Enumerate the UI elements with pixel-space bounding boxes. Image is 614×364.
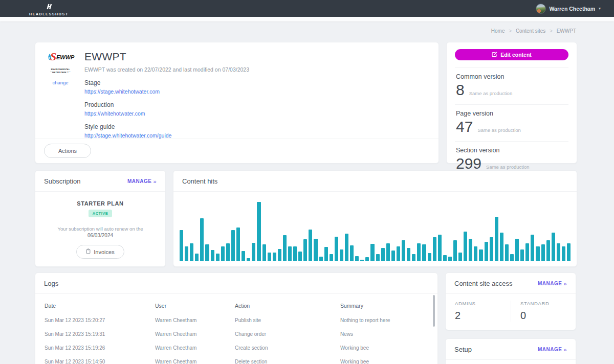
renew-date: 06/03/2024 [35,233,165,238]
site-created-modified-text: EWWPT was created on 22/07/2022 and last… [84,66,249,73]
change-logo-link[interactable]: change [52,80,68,85]
breadcrumb-content-sites[interactable]: Content sites [516,28,545,34]
logs-card: Logs Date User Action Summary Sun Mar 12… [35,272,438,364]
chart-bar [345,234,348,261]
breadcrumb-current: EWWPT [557,28,576,34]
stage-url-link[interactable]: https://stage.whitehotwater.com [84,88,249,95]
breadcrumb-home[interactable]: Home [491,28,505,34]
chart-bar [458,253,462,261]
page-version-section: Page version 47 Same as production [455,104,568,141]
chart-bar [443,255,447,261]
chart-bar [510,254,514,261]
chart-bar [567,243,571,261]
table-row: Sun Mar 12 2023 15:14:50 Warren Cheetham… [45,355,428,364]
chart-bar [500,233,503,261]
navbar-shadow-strip [0,17,614,21]
content-site-access-card: Content site access MANAGE » ADMINS 2 ST… [445,272,576,330]
style-guide-url-link[interactable]: http://stage.whitehotwater.com/guide [84,132,249,139]
style-guide-label: Style guide [84,123,249,130]
log-user: Warren Cheetham [155,317,235,323]
chart-bar [288,246,292,261]
chart-bar [283,235,287,261]
brand-logo[interactable]: HEADLESSHOST [29,2,69,16]
chart-bar [386,243,390,261]
edit-content-button[interactable]: Edit content [455,49,568,60]
chart-bar [490,237,493,261]
chart-bar [505,244,509,261]
common-version-label: Common version [456,73,567,80]
page-version-value: 47 [456,118,473,135]
invoice-clipboard-icon [86,248,91,255]
log-user: Warren Cheetham [155,359,235,364]
chart-bar [464,232,467,261]
actions-button[interactable]: Actions [44,144,91,158]
chart-bar [469,239,472,261]
chart-bar [438,235,442,261]
chart-bar [557,243,560,261]
chart-bar [433,237,436,261]
site-logo-caption: ENVIRONMENTAL " WATER PARK T " [46,68,75,74]
headlesshost-icon [45,3,52,12]
site-overview-card: S EWWPT ENVIRONMENTAL " WATER PARK T " c… [35,42,439,164]
admins-count: 2 [455,310,501,322]
log-date: Sun Mar 12 2023 15:19:26 [45,345,155,351]
chart-bar [350,245,354,261]
log-user: Warren Cheetham [155,331,235,337]
common-version-section: Common version 8 Same as production [455,67,568,104]
logs-col-date: Date [45,303,155,309]
chart-bar [293,246,297,261]
breadcrumb-separator: > [509,28,512,34]
chart-bar [190,243,193,261]
content-hits-chart [173,192,577,266]
svg-text:S: S [50,51,56,63]
chart-bar [216,254,220,261]
chart-bar [546,240,550,261]
chart-bar [262,244,266,261]
log-summary: Working bee [340,359,428,364]
plan-name: STARTER PLAN [35,200,165,207]
setup-manage-link[interactable]: MANAGE » [538,347,567,353]
section-version-label: Section version [456,147,567,154]
chart-bar [417,243,421,261]
common-version-note: Same as production [469,90,513,96]
user-name: Warren Cheetham [550,6,595,12]
page-version-label: Page version [456,110,567,117]
chart-bar [531,235,534,261]
standard-count: 0 [520,310,566,322]
log-summary: Working bee [340,345,428,351]
chart-bar [422,244,426,261]
chart-bar [365,257,369,261]
chart-bar [226,243,230,261]
log-action: Publish site [235,317,340,323]
content-hits-card: Content hits [173,170,577,267]
chart-bar [221,246,225,261]
chart-bar [402,240,405,261]
chart-bar [536,246,539,261]
chart-bar [520,249,524,261]
user-menu[interactable]: Warren Cheetham ▾ [536,4,601,14]
logs-scrollbar[interactable] [433,295,435,327]
chart-bar [236,228,240,261]
logs-col-action: Action [235,303,340,309]
production-url-link[interactable]: https://whitehotwater.com [84,110,249,117]
chart-bar [200,218,204,261]
setup-card: Setup MANAGE » SECTIONS TYPES [445,338,576,364]
chevron-down-icon: ▾ [599,7,601,11]
logs-col-user: User [155,303,235,309]
invoices-button[interactable]: Invoices [76,245,124,259]
chart-bar [552,233,555,261]
access-manage-link[interactable]: MANAGE » [538,281,567,287]
common-version-value: 8 [456,81,465,99]
stage-label: Stage [84,79,249,86]
chart-bar [355,256,359,261]
top-navbar: HEADLESSHOST Warren Cheetham ▾ [0,0,614,17]
chart-bar [397,246,400,261]
chart-bar [340,249,343,261]
chart-bar [495,217,498,261]
subscription-manage-link[interactable]: MANAGE » [127,178,157,185]
chart-bar [185,246,188,261]
logs-title: Logs [44,280,58,287]
logs-col-summary: Summary [340,303,428,309]
chart-bar [485,242,488,261]
avatar [536,4,546,14]
